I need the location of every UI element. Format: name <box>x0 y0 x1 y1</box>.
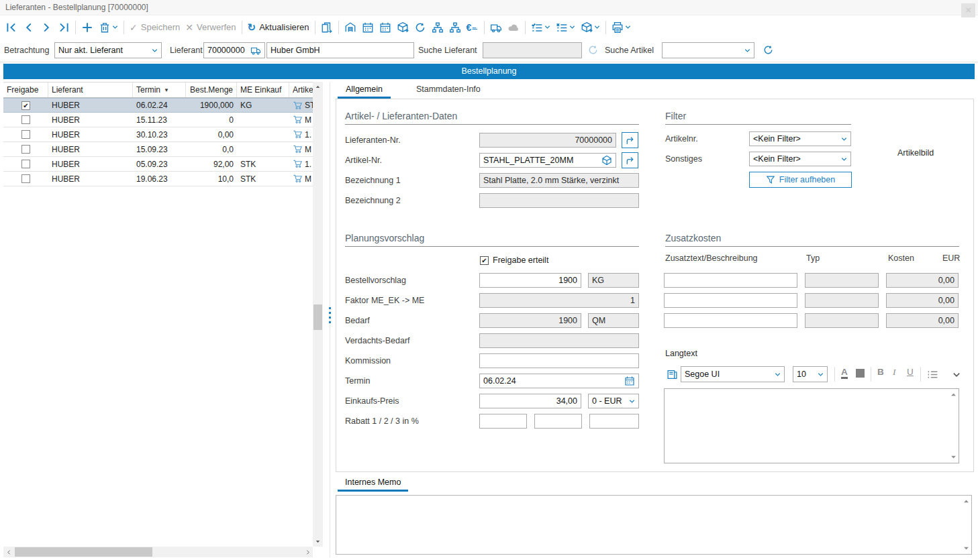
first-record-button[interactable] <box>5 21 17 34</box>
calendar-button[interactable] <box>362 21 374 34</box>
table-row[interactable]: ✔ HUBER 06.02.24 1900,000 KG ST <box>3 98 313 113</box>
more-options-chevron-icon[interactable] <box>952 371 961 379</box>
sync-button[interactable] <box>414 21 426 34</box>
freigabe-checkbox[interactable] <box>21 174 30 183</box>
truck-icon[interactable] <box>250 45 261 56</box>
tab-internes-memo[interactable]: Internes Memo <box>338 476 408 492</box>
underline-button[interactable]: U <box>907 367 914 377</box>
header-termin[interactable]: Termin ▼ <box>133 82 186 97</box>
euro-list-button[interactable]: € <box>467 21 479 34</box>
rabatt1-field[interactable] <box>483 416 523 426</box>
artikel-nr-field[interactable] <box>483 156 601 165</box>
hierarchy-button[interactable] <box>432 21 444 34</box>
filter-sonstiges-select[interactable]: <Kein Filter> <box>749 152 851 166</box>
einkaufs-preis-field[interactable] <box>483 396 577 406</box>
scroll-up-arrow[interactable] <box>313 82 323 92</box>
goto-lieferant-button[interactable] <box>622 132 638 148</box>
filter-aufheben-button[interactable]: Filter aufheben <box>749 172 852 188</box>
bestellvorschlag-field[interactable] <box>483 276 577 285</box>
print-menu-button[interactable] <box>612 21 631 34</box>
package-out-button[interactable] <box>397 21 409 34</box>
freigabe-checkbox[interactable] <box>21 160 30 168</box>
refresh-icon: ↻ <box>248 21 256 34</box>
scroll-left-arrow[interactable] <box>3 547 14 557</box>
betrachtung-select[interactable]: Nur akt. Lieferant <box>54 42 162 58</box>
bullet-list-button[interactable] <box>927 369 938 380</box>
zusatz-text-field[interactable] <box>668 296 793 305</box>
truck-button[interactable] <box>490 21 502 34</box>
list-x-menu-button[interactable] <box>556 21 575 34</box>
table-row[interactable]: HUBER 15.11.23 0 M <box>3 113 313 127</box>
filter-artikelnr-select[interactable]: <Kein Filter> <box>749 131 851 146</box>
header-freigabe[interactable]: Freigabe <box>3 82 48 97</box>
waehrung-select[interactable]: 0 - EUR <box>588 394 639 408</box>
table-row[interactable]: HUBER 30.10.23 0,00 1. <box>3 127 313 142</box>
chevron-down-icon <box>841 136 847 142</box>
scroll-down-arrow[interactable] <box>950 453 957 461</box>
scroll-up-arrow[interactable] <box>963 498 970 505</box>
list-check-menu-button[interactable] <box>531 21 550 34</box>
refresh-button[interactable]: ↻ Aktualisieren <box>248 21 309 34</box>
vertical-scroll-thumb[interactable] <box>313 304 322 330</box>
scroll-right-arrow[interactable] <box>302 547 313 557</box>
table-horizontal-scrollbar[interactable] <box>3 547 313 557</box>
add-record-button[interactable] <box>81 21 93 34</box>
tab-stammdaten-info[interactable]: Stammdaten-Info <box>408 83 489 99</box>
font-size-select[interactable]: 10 <box>793 366 828 382</box>
horizontal-scroll-thumb[interactable] <box>15 547 152 557</box>
lieferant-name-input[interactable] <box>271 46 410 55</box>
save-button[interactable]: ✓ Speichern <box>130 22 180 33</box>
termin-field[interactable] <box>483 376 624 386</box>
transfer-document-button[interactable] <box>321 21 333 34</box>
italic-button[interactable]: I <box>893 367 896 378</box>
internes-memo-textarea[interactable] <box>336 495 972 555</box>
freigabe-erteilt-checkbox[interactable]: ✔ Freigabe erteilt <box>480 256 548 265</box>
delete-record-button[interactable] <box>99 21 118 34</box>
font-family-select[interactable]: Segoe UI <box>681 366 785 382</box>
freigabe-checkbox[interactable] <box>21 130 30 139</box>
refresh-artikel-icon[interactable] <box>763 44 774 56</box>
langtext-textarea[interactable] <box>664 388 959 463</box>
splitter-handle[interactable] <box>327 307 333 334</box>
calendar-alt-button[interactable] <box>379 21 391 34</box>
cube-icon[interactable] <box>601 155 612 166</box>
zusatz-text-field[interactable] <box>668 316 793 325</box>
zusatz-text-field[interactable] <box>668 276 793 285</box>
freigabe-checkbox[interactable] <box>21 145 30 154</box>
warehouse-button[interactable] <box>344 21 356 34</box>
scroll-down-arrow[interactable] <box>313 537 323 547</box>
close-button[interactable]: ✕ <box>961 3 975 17</box>
table-vertical-scrollbar[interactable] <box>313 82 323 547</box>
header-me-einkauf[interactable]: ME Einkauf <box>237 82 289 97</box>
bold-button[interactable]: B <box>877 367 884 377</box>
scroll-down-arrow[interactable] <box>963 545 970 552</box>
scroll-up-arrow[interactable] <box>950 391 957 398</box>
highlight-color-button[interactable] <box>856 369 865 378</box>
rabatt2-field[interactable] <box>538 416 578 426</box>
freigabe-checkbox[interactable] <box>21 115 30 124</box>
table-row[interactable]: HUBER 19.06.23 10,0 STK M <box>3 172 313 186</box>
lieferant-nr-input[interactable] <box>207 46 250 55</box>
calendar-icon[interactable] <box>624 376 635 386</box>
suche-artikel-select[interactable] <box>662 42 754 58</box>
package-menu-button[interactable] <box>581 21 600 34</box>
last-record-button[interactable] <box>58 21 70 34</box>
table-row[interactable]: HUBER 15.09.23 0,0 M <box>3 142 313 157</box>
hierarchy-alt-button[interactable] <box>449 21 461 34</box>
previous-record-button[interactable] <box>23 21 35 34</box>
table-row[interactable]: HUBER 05.09.23 92,00 STK 1. <box>3 157 313 172</box>
discard-button[interactable]: ✕ Verwerfen <box>185 22 236 33</box>
header-artikel[interactable]: Artikel <box>289 82 313 97</box>
textmodule-icon[interactable] <box>667 369 678 380</box>
font-color-button[interactable]: A <box>841 367 848 379</box>
rabatt3-field[interactable] <box>593 416 635 426</box>
goto-artikel-button[interactable] <box>622 152 638 168</box>
header-lieferant[interactable]: Lieferant <box>48 82 133 97</box>
zusatz-col-text: Zusatztext/Beschreibung <box>665 254 758 263</box>
next-record-button[interactable] <box>40 21 52 34</box>
freigabe-checkbox[interactable]: ✔ <box>21 101 30 110</box>
kommission-field[interactable] <box>483 356 635 366</box>
tab-allgemein[interactable]: Allgemein <box>338 83 391 99</box>
filter-artikelnr-label: Artikelnr. <box>665 131 698 146</box>
header-menge[interactable]: Best.Menge <box>186 82 237 97</box>
